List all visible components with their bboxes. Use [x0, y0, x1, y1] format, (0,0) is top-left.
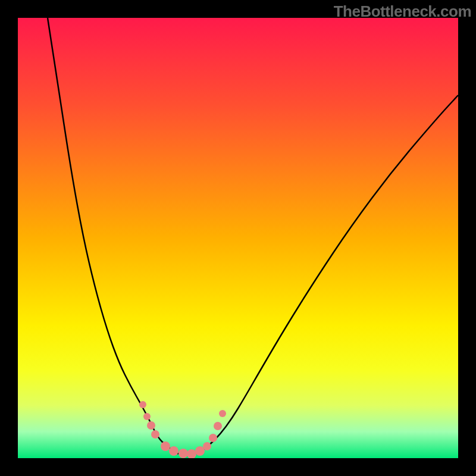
- watermark-text: TheBottleneck.com: [334, 2, 471, 21]
- left-curve: [48, 18, 178, 454]
- data-marker: [209, 434, 217, 442]
- data-marker: [203, 442, 211, 450]
- chart-svg: [18, 18, 458, 458]
- data-marker: [219, 410, 226, 417]
- data-marker: [151, 430, 159, 439]
- curve-group: [48, 18, 458, 454]
- chart-frame: [18, 18, 458, 458]
- data-marker: [143, 413, 151, 420]
- data-marker: [147, 421, 155, 430]
- data-marker: [214, 422, 222, 430]
- data-marker: [187, 449, 196, 458]
- data-marker: [169, 446, 178, 456]
- right-curve: [196, 95, 458, 454]
- data-marker: [178, 449, 188, 458]
- data-marker: [139, 401, 146, 408]
- data-marker: [161, 441, 170, 451]
- bottom-markers: [139, 401, 226, 458]
